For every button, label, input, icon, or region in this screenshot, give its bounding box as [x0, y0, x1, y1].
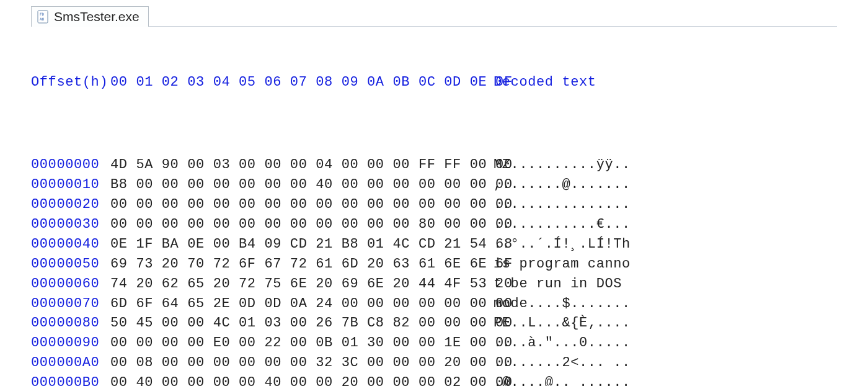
cell-decoded: mode....$.......: [494, 294, 631, 314]
cell-offset: 00000010: [31, 175, 110, 195]
cell-offset: 00000070: [31, 294, 110, 314]
tab-bar-divider: [31, 26, 837, 27]
header-columns: 00 01 02 03 04 05 06 07 08 09 0A 0B 0C 0…: [110, 73, 494, 92]
cell-hex: 4D 5A 90 00 03 00 00 00 04 00 00 00 FF F…: [110, 155, 494, 175]
cell-decoded: is program canno: [494, 254, 631, 274]
cell-offset: 00000060: [31, 274, 110, 294]
cell-decoded: t be run in DOS: [494, 274, 631, 294]
cell-decoded: PE..L...&{È‚....: [494, 313, 631, 333]
cell-offset: 00000050: [31, 254, 110, 274]
cell-decoded: ............€...: [494, 215, 631, 235]
hex-row: 0000008050 45 00 00 4C 01 03 00 26 7B C8…: [31, 313, 837, 333]
hex-header: Offset(h)00 01 02 03 04 05 06 07 08 09 0…: [31, 73, 837, 92]
header-decoded: Decoded text: [494, 73, 596, 92]
cell-hex: 74 20 62 65 20 72 75 6E 20 69 6E 20 44 4…: [110, 274, 494, 294]
cell-hex: B8 00 00 00 00 00 00 00 40 00 00 00 00 0…: [110, 175, 494, 195]
cell-decoded: ..°..´.Í!¸.LÍ!Th: [494, 235, 631, 254]
hex-row: 0000006074 20 62 65 20 72 75 6E 20 69 6E…: [31, 274, 837, 294]
cell-decoded: MZ..........ÿÿ..: [494, 155, 631, 175]
cell-hex: 00 00 00 00 E0 00 22 00 0B 01 30 00 00 1…: [110, 333, 494, 353]
cell-offset: 00000020: [31, 195, 110, 215]
hex-row: 000000004D 5A 90 00 03 00 00 00 04 00 00…: [31, 155, 837, 175]
cell-hex: 50 45 00 00 4C 01 03 00 26 7B C8 82 00 0…: [110, 313, 494, 333]
cell-decoded: ........2<... ..: [494, 353, 631, 373]
cell-hex: 6D 6F 64 65 2E 0D 0D 0A 24 00 00 00 00 0…: [110, 294, 494, 314]
hex-row: 000000A000 08 00 00 00 00 00 00 32 3C 00…: [31, 353, 837, 373]
hex-dump: Offset(h)00 01 02 03 04 05 06 07 08 09 0…: [31, 33, 837, 386]
file-tab[interactable]: FD A0 SmsTester.exe: [31, 6, 149, 27]
hex-row: 0000002000 00 00 00 00 00 00 00 00 00 00…: [31, 195, 837, 215]
cell-offset: 00000000: [31, 155, 110, 175]
hex-row: 0000003000 00 00 00 00 00 00 00 00 00 00…: [31, 215, 837, 235]
cell-hex: 00 00 00 00 00 00 00 00 00 00 00 00 00 0…: [110, 195, 494, 215]
file-icon: FD A0: [37, 10, 49, 24]
cell-offset: 00000080: [31, 313, 110, 333]
svg-text:FD: FD: [40, 12, 45, 16]
cell-offset: 000000A0: [31, 353, 110, 373]
hex-row: 0000005069 73 20 70 72 6F 67 72 61 6D 20…: [31, 254, 837, 274]
hex-row: 000000400E 1F BA 0E 00 B4 09 CD 21 B8 01…: [31, 235, 837, 254]
hex-row: 00000010B8 00 00 00 00 00 00 00 40 00 00…: [31, 175, 837, 195]
hex-row: 000000B000 40 00 00 00 00 40 00 00 20 00…: [31, 373, 837, 386]
hex-row: 0000009000 00 00 00 E0 00 22 00 0B 01 30…: [31, 333, 837, 353]
cell-decoded: ....à."...0.....: [494, 333, 631, 353]
hex-row: 000000706D 6F 64 65 2E 0D 0D 0A 24 00 00…: [31, 294, 837, 314]
cell-hex: 69 73 20 70 72 6F 67 72 61 6D 20 63 61 6…: [110, 254, 494, 274]
file-tab-label: SmsTester.exe: [54, 9, 140, 24]
cell-decoded: .@....@.. ......: [494, 373, 631, 386]
cell-decoded: ,.......@.......: [494, 175, 631, 195]
cell-offset: 000000B0: [31, 373, 110, 386]
cell-hex: 0E 1F BA 0E 00 B4 09 CD 21 B8 01 4C CD 2…: [110, 235, 494, 254]
cell-hex: 00 40 00 00 00 00 40 00 00 20 00 00 00 0…: [110, 373, 494, 386]
cell-decoded: ................: [494, 195, 631, 215]
cell-hex: 00 00 00 00 00 00 00 00 00 00 00 00 80 0…: [110, 215, 494, 235]
svg-text:A0: A0: [40, 17, 45, 21]
header-offset: Offset(h): [31, 73, 110, 92]
cell-offset: 00000090: [31, 333, 110, 353]
cell-offset: 00000030: [31, 215, 110, 235]
cell-hex: 00 08 00 00 00 00 00 00 32 3C 00 00 00 2…: [110, 353, 494, 373]
cell-offset: 00000040: [31, 235, 110, 254]
